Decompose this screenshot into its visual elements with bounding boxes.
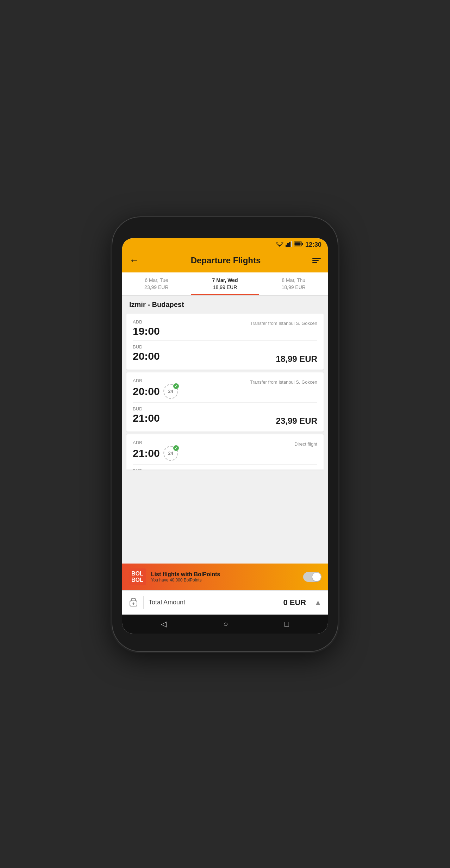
flight-right-2: Direct flight [294,440,317,447]
flight-row-arr-0: BUD 20:00 18,99 EUR [133,344,317,364]
total-amount-label: Total Amount [149,599,278,606]
status-time: 12:30 [305,241,321,249]
date-tab-day-2: 8 Mar, Thu [263,277,324,283]
flight-row-arr-1: BUD 21:00 23,99 EUR [133,406,317,426]
flight-card-0[interactable]: ADB 19:00 Transfer from Istanbul S. Gokc… [126,314,324,370]
date-tab-price-0: 23,99 EUR [126,284,187,290]
bolpoints-logo-line2: BOL [131,577,143,583]
flight-card-2[interactable]: ADB 21:00 24 ✓ Direct flight [126,434,324,470]
route-label: Izmir - Budapest [122,296,328,314]
bolpoints-text: List flights with BolPoints You have 40.… [151,571,298,583]
bolpoints-banner: BOL BOL List flights with BolPoints You … [122,564,328,590]
flight-time-badge-1: 20:00 24 ✓ [133,384,178,399]
svg-point-11 [133,602,135,604]
arr-time-1: 21:00 [133,412,160,424]
flight-divider-1 [133,402,317,403]
svg-rect-6 [291,241,292,247]
svg-rect-8 [302,243,303,245]
bolpoints-subtitle: You have 40.000 BolPoints [151,578,298,583]
phone-frame: 12:30 ← Departure Flights 6 Mar, Tue 23,… [112,217,338,651]
flight-price-1: 23,99 EUR [276,416,317,426]
flight-arr-left-1: BUD 21:00 [133,406,160,424]
flight-arr-left-2: BUD [133,468,142,470]
date-tab-price-1: 18,99 EUR [194,284,256,290]
lock-icon [129,596,144,609]
flight-row-dep-1: ADB 20:00 24 ✓ Transfer from Istanbul S.… [133,378,317,399]
flight-left-0: ADB 19:00 [133,319,160,337]
date-tab-day-0: 6 Mar, Tue [126,277,187,283]
arr-airport-1: BUD [133,406,160,411]
arr-time-0: 20:00 [133,350,160,362]
date-tab-price-2: 18,99 EUR [263,284,324,290]
nav-back-button[interactable]: ◁ [161,619,167,629]
signal-icon [286,241,292,248]
phone-screen: 12:30 ← Departure Flights 6 Mar, Tue 23,… [122,238,328,634]
date-tab-0[interactable]: 6 Mar, Tue 23,99 EUR [122,272,191,295]
flight-row-dep-0: ADB 19:00 Transfer from Istanbul S. Gokc… [133,319,317,337]
dep-airport-0: ADB [133,319,160,325]
nav-home-button[interactable]: ○ [223,619,228,629]
bolpoints-logo: BOL BOL [129,568,146,585]
flight-divider-2 [133,464,317,465]
flight-time-badge-2: 21:00 24 ✓ [133,446,178,461]
bolpoints-title: List flights with BolPoints [151,571,298,578]
flight-card-1[interactable]: ADB 20:00 24 ✓ Transfer from Istanbul S.… [126,372,324,432]
flight-row-arr-2: BUD 29,99 EUR [133,468,317,470]
svg-rect-5 [289,242,290,247]
flight-divider-0 [133,340,317,341]
badge-24h-2: 24 ✓ [163,446,178,461]
wifi-icon [276,241,283,248]
date-tab-day-1: 7 Mar, Wed [194,277,256,283]
back-button[interactable]: ← [129,255,139,266]
filter-line-3 [312,262,317,263]
svg-rect-3 [286,245,287,247]
flight-arr-left-0: BUD 20:00 [133,344,160,362]
date-tabs: 6 Mar, Tue 23,99 EUR 7 Mar, Wed 18,99 EU… [122,272,328,296]
flight-left-2: ADB 21:00 24 ✓ [133,440,178,461]
dep-time-0: 19:00 [133,325,160,337]
svg-rect-9 [294,243,300,246]
total-chevron-icon[interactable]: ▲ [314,598,321,606]
flight-price-2: 29,99 EUR [276,468,317,470]
arr-airport-2: BUD [133,468,142,470]
flight-transfer-1: Transfer from Istanbul S. Gokcen [250,379,317,385]
flight-right-1: Transfer from Istanbul S. Gokcen [250,378,317,385]
bolpoints-toggle[interactable] [303,572,321,582]
status-icons: 12:30 [276,241,321,249]
flight-price-right-1: 23,99 EUR [276,406,317,426]
header: ← Departure Flights [122,251,328,272]
nav-apps-button[interactable]: □ [285,619,289,629]
flight-right-0: Transfer from Istanbul S. Gokcen [250,319,317,326]
battery-icon [294,241,303,248]
status-bar: 12:30 [122,238,328,251]
page-title: Departure Flights [191,256,261,265]
badge-check-1: ✓ [173,383,179,389]
flight-list: ADB 19:00 Transfer from Istanbul S. Gokc… [122,314,328,564]
nav-bar: ◁ ○ □ [122,615,328,634]
flight-transfer-0: Transfer from Istanbul S. Gokcen [250,321,317,326]
dep-time-2: 21:00 [133,447,160,459]
toggle-knob [312,573,321,581]
svg-rect-4 [287,243,289,247]
filter-button[interactable] [312,258,321,263]
flight-row-dep-2: ADB 21:00 24 ✓ Direct flight [133,440,317,461]
flight-price-0: 18,99 EUR [276,354,317,364]
total-bar[interactable]: Total Amount 0 EUR ▲ [122,590,328,615]
badge-check-2: ✓ [173,445,179,451]
flight-price-right-0: 18,99 EUR [276,344,317,364]
bolpoints-logo-line1: BOL [131,571,143,577]
flight-price-right-2: 29,99 EUR [276,468,317,470]
arr-airport-0: BUD [133,344,160,350]
filter-line-1 [312,258,321,259]
dep-time-1: 20:00 [133,385,160,397]
date-tab-2[interactable]: 8 Mar, Thu 18,99 EUR [259,272,328,295]
date-tab-1[interactable]: 7 Mar, Wed 18,99 EUR [191,272,260,295]
badge-24h-1: 24 ✓ [163,384,178,399]
flight-left-1: ADB 20:00 24 ✓ [133,378,178,399]
dep-airport-2: ADB [133,440,178,445]
filter-line-2 [312,260,319,261]
total-amount-value: 0 EUR [283,598,306,607]
flight-direct-2: Direct flight [294,441,317,447]
dep-airport-1: ADB [133,378,178,383]
